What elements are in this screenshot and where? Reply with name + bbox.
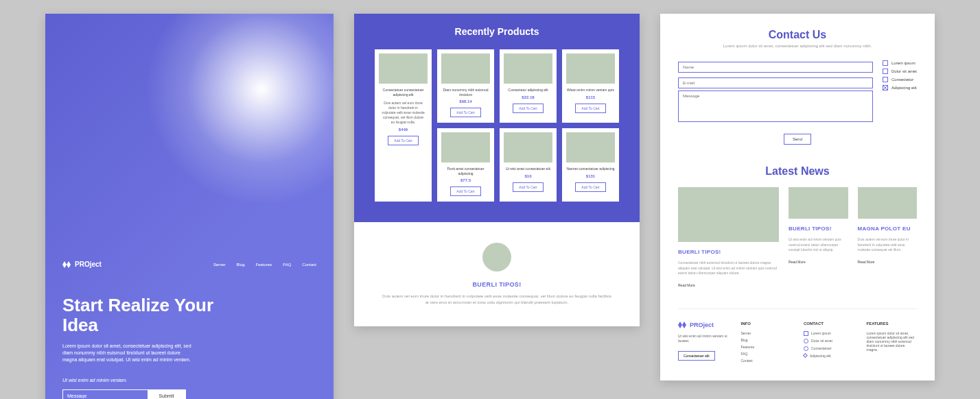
- add-to-cart-button[interactable]: Add To Cart: [450, 186, 480, 196]
- message-input[interactable]: [63, 390, 148, 399]
- product-price: $131: [586, 174, 595, 178]
- footer-link[interactable]: Blog: [741, 338, 792, 342]
- footer-col-heading: INFO: [741, 322, 792, 326]
- add-to-cart-button[interactable]: Add To Cart: [388, 136, 418, 145]
- nav-link[interactable]: Contact: [302, 263, 316, 267]
- product-card: Wisan enim minim veniam quis $115 Add To…: [562, 49, 619, 123]
- product-title: Wisan enim minim veniam quis: [567, 88, 614, 93]
- product-title: Diam nonummy nibh euismod tincidunt: [441, 88, 490, 97]
- circle-icon: [804, 339, 808, 343]
- news-text: Duis autem vel eum iriure dolor in hendr…: [858, 237, 917, 253]
- checkbox-icon: [883, 69, 888, 74]
- product-price: $22.18: [522, 95, 534, 99]
- avatar: [482, 243, 511, 271]
- checkbox-icon: [883, 77, 888, 82]
- news-image: [858, 187, 917, 219]
- footer-features-text: Lorem ipsum dolor sit amet, consectetuer…: [867, 331, 918, 352]
- product-desc: Duis autem vel eum iriure dolor in hendr…: [379, 101, 428, 125]
- hero-glow: [145, 14, 334, 206]
- news-heading: Latest News: [678, 165, 917, 178]
- footer-contact-item: Consectetuer: [804, 346, 854, 351]
- hero-tagline: Ut wisi enim ad minim veniam.: [62, 378, 316, 383]
- add-to-cart-button[interactable]: Add To Cart: [575, 104, 605, 113]
- option-checkbox[interactable]: Lorem ipsum: [883, 60, 917, 66]
- submit-button[interactable]: Submit: [148, 390, 185, 399]
- product-thumb: [379, 53, 428, 84]
- news-card: BUERLI TIPOS! Ut wisi enim ad minim veni…: [789, 187, 848, 289]
- product-title: Consectetuer consectetuer adipiscing eli…: [379, 88, 428, 97]
- add-to-cart-button[interactable]: Add To Cart: [513, 182, 543, 192]
- footer-features-col: FEATURES Lorem ipsum dolor sit amet, con…: [867, 322, 918, 365]
- hero-title: Start Realize Your Idea: [62, 295, 220, 335]
- send-button[interactable]: Send: [784, 134, 811, 145]
- product-title: Consectetur adipiscing elit: [508, 88, 548, 93]
- news-text: Ut wisi enim ad minim veniam quis nostru…: [789, 237, 848, 253]
- read-more-link[interactable]: Read More: [789, 260, 806, 264]
- brand-name: PROject: [75, 261, 102, 268]
- footer-desc: Ut wisi enim ad minim veniam ut laoreet.: [678, 334, 729, 344]
- diamond-icon: [803, 353, 808, 358]
- nav-link[interactable]: Server: [213, 263, 226, 267]
- product-price: $449: [399, 128, 408, 132]
- contact-form: [678, 59, 873, 127]
- footer-info-col: INFO Server Blog Features FAQ Contact: [741, 322, 792, 365]
- footer-cta-button[interactable]: Consectetuer elit: [678, 351, 715, 361]
- footer-link[interactable]: Features: [741, 345, 792, 349]
- footer-link[interactable]: FAQ: [741, 352, 792, 356]
- contact-heading: Contact Us: [678, 29, 917, 41]
- testimonial-title: BUERLI TIPOS!: [382, 281, 612, 288]
- news-card: BUERLI TIPOS! Consectetuer nibh euismod …: [678, 187, 779, 289]
- product-thumb: [566, 53, 615, 84]
- logo-icon: [678, 322, 686, 328]
- product-price: $77.5: [460, 178, 471, 182]
- products-section: Recently Products Consectetuer consectet…: [354, 14, 640, 222]
- nav-link[interactable]: Features: [256, 263, 272, 267]
- top-nav: PROject Server Blog Features FAQ Contact: [62, 261, 316, 268]
- footer-contact-item: Adipiscing elit: [804, 354, 854, 358]
- contact-area: Lorem ipsum Dolor sit amet Consectetur A…: [678, 59, 917, 127]
- news-title: BUERLI TIPOS!: [678, 249, 779, 255]
- footer-link[interactable]: Server: [741, 331, 792, 335]
- product-price: $10: [524, 174, 531, 178]
- nav-link[interactable]: FAQ: [283, 263, 291, 267]
- product-thumb: [441, 132, 490, 162]
- testimonial-text: Duis autem vel eum iriure dolor in hendr…: [382, 293, 612, 306]
- products-heading: Recently Products: [375, 26, 619, 37]
- name-input[interactable]: [678, 62, 873, 73]
- product-card: Ponit amet consectetuer adipiscing $77.5…: [437, 128, 494, 202]
- brand-logo[interactable]: PROject: [62, 261, 102, 268]
- product-title: Namret consectetuer adipiscing: [566, 167, 614, 171]
- news-grid: BUERLI TIPOS! Consectetuer nibh euismod …: [678, 187, 917, 289]
- option-checkbox[interactable]: Adipiscing elit: [883, 85, 917, 90]
- add-to-cart-button[interactable]: Add To Cart: [513, 104, 543, 113]
- message-textarea[interactable]: [678, 90, 873, 122]
- hero-section: PROject Server Blog Features FAQ Contact…: [45, 14, 334, 399]
- product-card: Consectetuer consectetuer adipiscing eli…: [375, 49, 432, 202]
- product-card: Ut wisi amet consectetuer elit $10 Add T…: [500, 128, 557, 202]
- add-to-cart-button[interactable]: Add To Cart: [450, 108, 480, 117]
- option-checkbox[interactable]: Consectetur: [883, 77, 917, 82]
- news-card: MAGNA POLOT EU Duis autem vel eum iriure…: [858, 187, 917, 289]
- footer-logo[interactable]: PROject: [678, 322, 729, 328]
- add-to-cart-button[interactable]: Add To Cart: [575, 182, 605, 192]
- news-image: [789, 187, 848, 219]
- checkbox-icon: [883, 85, 888, 90]
- footer-link[interactable]: Contact: [741, 359, 792, 363]
- read-more-link[interactable]: Read More: [678, 283, 695, 287]
- products-board: Recently Products Consectetuer consectet…: [354, 14, 640, 326]
- news-title: MAGNA POLOT EU: [858, 226, 917, 232]
- product-card: Namret consectetuer adipiscing $131 Add …: [562, 128, 619, 202]
- nav-link[interactable]: Blog: [237, 263, 245, 267]
- news-text: Consectetuer nibh euismod tincidunt ut l…: [678, 261, 779, 276]
- footer: PROject Ut wisi enim ad minim veniam ut …: [678, 309, 917, 365]
- product-thumb: [504, 132, 552, 162]
- read-more-link[interactable]: Read More: [858, 260, 875, 264]
- contact-news-board: Contact Us Lorem ipsum dolor sit amet, c…: [660, 14, 935, 380]
- hero-subtitle: Lorem ipsum dolor sit amet, consectetuer…: [62, 343, 193, 363]
- footer-contact-item: Dolor sit amet: [804, 339, 854, 343]
- email-input[interactable]: [678, 77, 873, 88]
- product-thumb: [566, 132, 615, 162]
- product-price: $115: [586, 95, 595, 99]
- footer-col-heading: CONTACT: [804, 322, 854, 326]
- option-checkbox[interactable]: Dolor sit amet: [883, 69, 917, 74]
